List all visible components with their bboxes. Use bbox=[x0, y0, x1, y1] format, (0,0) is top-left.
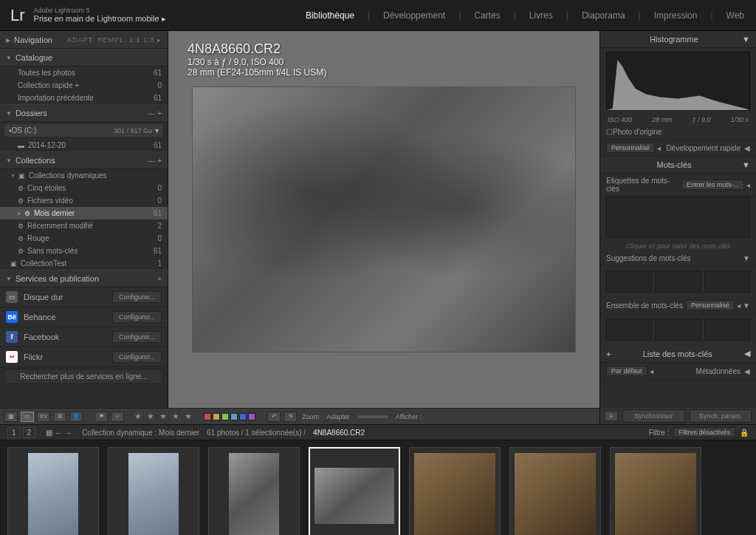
publish-panel-header[interactable]: ▼Services de publication+ bbox=[0, 270, 168, 287]
filter-lock-icon[interactable]: 🔒 bbox=[740, 429, 749, 437]
filmstrip-thumb[interactable] bbox=[610, 447, 701, 535]
collections-dyn-group[interactable]: ▼▣Collections dynamiques bbox=[0, 169, 168, 182]
keyword-suggestion-slots bbox=[600, 266, 756, 297]
keyword-suggestions-header[interactable]: Suggestions de mots-clés▼ bbox=[600, 251, 756, 266]
fit-label[interactable]: Adapter bbox=[324, 413, 352, 420]
tutorial-link[interactable]: Prise en main de Lightroom mobile ▸ bbox=[34, 14, 166, 24]
gear-icon: ⚙ bbox=[18, 248, 24, 255]
rotate-left-icon[interactable]: ↶ bbox=[267, 412, 281, 422]
catalogue-quick[interactable]: Collection rapide +0 bbox=[0, 79, 168, 92]
zoom-slider[interactable] bbox=[358, 415, 388, 418]
catalogue-prev-import[interactable]: Importation précédente61 bbox=[0, 92, 168, 104]
filmstrip-thumb[interactable] bbox=[7, 447, 99, 535]
red-label[interactable] bbox=[204, 413, 211, 420]
survey-view-icon[interactable]: ⊞ bbox=[53, 412, 66, 422]
module-map[interactable]: Cartes bbox=[472, 10, 501, 21]
collection-item[interactable]: ⚙Fichiers vidéo0 bbox=[0, 194, 168, 207]
publish-facebook[interactable]: fFacebookConfigurer... bbox=[0, 327, 168, 347]
configure-button[interactable]: Configurer... bbox=[112, 331, 162, 343]
keyword-hint[interactable]: Cliquer ici pour saisir des mots-clés bbox=[600, 241, 756, 251]
catalogue-panel-header[interactable]: ▼Catalogue bbox=[0, 49, 168, 67]
collection-item-selected[interactable]: ▶⚙Mois dernier61 bbox=[0, 207, 168, 219]
folders-add-icon[interactable]: — + bbox=[148, 109, 162, 117]
quickdev-header[interactable]: Personnalisé◂Développement rapide◀ bbox=[600, 140, 756, 157]
source-breadcrumb[interactable]: Collection dynamique : Mois dernier bbox=[82, 429, 199, 437]
module-slideshow[interactable]: Diaporama bbox=[580, 10, 627, 21]
collection-item[interactable]: ⚙Cinq étoiles0 bbox=[0, 182, 168, 194]
yellow-label[interactable] bbox=[213, 413, 220, 420]
info-overlay: 4N8A8660.CR2 1/30 s à ƒ / 9,0, ISO 400 2… bbox=[188, 41, 326, 78]
publish-flickr[interactable]: ••FlickrConfigurer... bbox=[0, 347, 168, 367]
sync-settings-button[interactable]: Synch. param. bbox=[690, 409, 752, 423]
filmstrip-thumb[interactable] bbox=[409, 447, 501, 535]
publish-add-icon[interactable]: + bbox=[157, 275, 162, 283]
catalogue-all-photos[interactable]: Toutes les photos61 bbox=[0, 67, 168, 79]
module-web[interactable]: Web bbox=[725, 10, 746, 21]
flag-reject-icon[interactable]: ⚐ bbox=[111, 412, 124, 422]
collection-test[interactable]: ▣CollectionTest1 bbox=[0, 257, 168, 270]
collection-item[interactable]: ⚙Récemment modifié2 bbox=[0, 219, 168, 232]
harddrive-icon: ▭ bbox=[6, 291, 18, 303]
loupe-view[interactable] bbox=[168, 31, 599, 408]
filmstrip-thumb[interactable] bbox=[208, 447, 300, 535]
filmstrip-thumb[interactable] bbox=[509, 447, 601, 535]
keyword-list-header[interactable]: +Liste des mots-clés◀ bbox=[600, 345, 756, 363]
collections-panel-header[interactable]: ▼Collections— + bbox=[0, 151, 168, 169]
grid-mode-icon[interactable]: ▦ bbox=[46, 429, 52, 437]
plus-icon[interactable]: + bbox=[606, 350, 611, 358]
people-view-icon[interactable]: 👤 bbox=[69, 412, 83, 422]
collection-item[interactable]: ⚙Rouge0 bbox=[0, 232, 168, 245]
product-name: Adobe Lightroom 5 bbox=[34, 7, 166, 15]
filmstrip-thumb[interactable] bbox=[108, 447, 199, 535]
configure-button[interactable]: Configurer... bbox=[112, 311, 162, 323]
right-panel: Histogramme▼ ISO 40028 mmƒ / 9,01/30 s ☐… bbox=[599, 31, 756, 408]
filmstrip-thumb-selected[interactable] bbox=[309, 447, 400, 535]
compare-view-icon[interactable]: XY bbox=[37, 412, 50, 422]
behance-icon: Bē bbox=[6, 311, 18, 323]
zoom-label: Zoom bbox=[300, 413, 321, 420]
overlay-filename: 4N8A8660.CR2 bbox=[188, 41, 326, 57]
main-photo[interactable] bbox=[192, 86, 576, 352]
page-2[interactable]: 2 bbox=[23, 427, 36, 438]
green-label[interactable] bbox=[221, 413, 229, 420]
keywords-header[interactable]: Mots-clés▼ bbox=[600, 157, 756, 174]
module-book[interactable]: Livres bbox=[528, 10, 554, 21]
arrow-right-icon[interactable]: → bbox=[64, 429, 72, 437]
sync-button[interactable]: Synchroniser bbox=[622, 409, 685, 423]
histogram-header[interactable]: Histogramme▼ bbox=[600, 31, 756, 48]
keyword-input-box[interactable] bbox=[606, 197, 750, 238]
arrow-left-icon[interactable]: ← bbox=[55, 429, 62, 437]
filmstrip[interactable] bbox=[0, 440, 756, 535]
keyword-set-select[interactable]: Personnalisé bbox=[686, 300, 735, 310]
loupe-view-icon[interactable]: ▭ bbox=[21, 412, 34, 422]
page-1[interactable]: 1 bbox=[7, 427, 21, 438]
filter-select[interactable]: Filtres désactivés bbox=[673, 427, 735, 437]
folder-row[interactable]: ▬2014-12-2061 bbox=[0, 139, 168, 151]
blue-label[interactable] bbox=[230, 413, 238, 420]
folders-panel-header[interactable]: ▼Dossiers— + bbox=[0, 104, 168, 122]
configure-button[interactable]: Configurer... bbox=[112, 291, 162, 303]
collections-add-icon[interactable]: — + bbox=[148, 157, 162, 165]
module-library[interactable]: Bibliothèque bbox=[304, 10, 356, 21]
find-services-button[interactable]: Rechercher plus de services en ligne... bbox=[4, 369, 163, 384]
rating-stars[interactable]: ★ ★ ★ ★ ★ bbox=[134, 412, 193, 421]
original-photo-checkbox[interactable]: ☐ Photo d'origine bbox=[600, 125, 756, 140]
disk-volume[interactable]: ▪ OS (C:)301 / 917 Go▾ bbox=[4, 124, 163, 137]
grid-view-icon[interactable]: ▦ bbox=[4, 412, 18, 422]
histogram-labels: ISO 40028 mmƒ / 9,01/30 s bbox=[600, 115, 756, 125]
nav-panel-header[interactable]: ▶NavigationADAPT. REMPL. 1:1 1:8 ▸ bbox=[0, 31, 168, 49]
histogram[interactable] bbox=[606, 52, 750, 111]
publish-harddrive[interactable]: ▭Disque durConfigurer... bbox=[0, 287, 168, 307]
module-print[interactable]: Impression bbox=[653, 10, 699, 21]
publish-behance[interactable]: BēBehanceConfigurer... bbox=[0, 307, 168, 327]
module-develop[interactable]: Développement bbox=[382, 10, 447, 21]
rotate-right-icon[interactable]: ↷ bbox=[284, 412, 297, 422]
collection-item[interactable]: ⚙Sans mots-clés61 bbox=[0, 245, 168, 257]
purple-label[interactable] bbox=[239, 413, 247, 420]
magenta-label[interactable] bbox=[248, 413, 255, 420]
configure-button[interactable]: Configurer... bbox=[112, 351, 162, 363]
flag-pick-icon[interactable]: ⚑ bbox=[94, 412, 108, 422]
metadata-preset-select[interactable]: Par défaut bbox=[606, 366, 647, 376]
sync-prev-icon[interactable]: ≡ bbox=[605, 411, 618, 421]
keyword-tags-select[interactable]: Entrer les mots-... bbox=[681, 180, 744, 190]
